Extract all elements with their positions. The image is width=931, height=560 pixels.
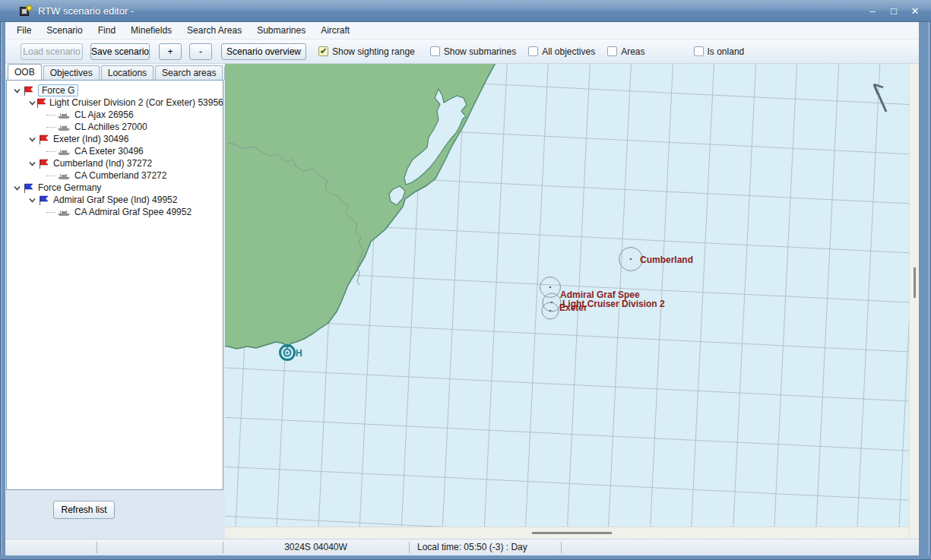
tree-label: Force Germany	[38, 182, 101, 193]
tree-row-lcd2[interactable]: Light Cruiser Division 2 (Cor Exeter) 53…	[7, 96, 223, 109]
tree-connector	[46, 151, 55, 152]
oob-tree[interactable]: Force G Light Cruiser Division 2 (Cor Ex…	[6, 80, 223, 490]
zoom-out-button[interactable]: -	[189, 43, 212, 60]
tree-row-exeter-force[interactable]: Exeter (Ind) 30496	[7, 133, 223, 145]
window-border-left	[0, 22, 5, 560]
menu-scenario[interactable]: Scenario	[39, 22, 90, 39]
tab-objectives[interactable]: Objectives	[43, 65, 100, 80]
status-coordinates: 3024S 04040W	[223, 539, 409, 555]
zoom-in-button[interactable]: +	[159, 43, 182, 60]
app-icon	[20, 5, 32, 17]
map-vertical-scrollbar[interactable]	[909, 64, 919, 539]
chevron-down-icon[interactable]	[28, 99, 36, 107]
ship-icon	[58, 112, 71, 119]
horizontal-scroll-thumb[interactable]	[532, 532, 612, 534]
tree-row-cl-achilles[interactable]: CL Achilles 27000	[7, 121, 223, 133]
title-bar[interactable]: RTW scenario editor - – □ ✕	[0, 0, 931, 22]
tree-panel-footer: Refresh list	[5, 490, 225, 539]
tree-label: CA Exeter 30496	[74, 146, 144, 157]
tab-strip: OOB Objectives Locations Search areas S …	[5, 64, 225, 80]
tree-label: Cumberland (Ind) 37272	[53, 158, 152, 169]
menu-submarines[interactable]: Submarines	[249, 22, 313, 39]
vertical-scroll-thumb[interactable]	[914, 267, 916, 298]
maximize-button[interactable]: □	[887, 5, 901, 17]
tree-label: Light Cruiser Division 2 (Cor Exeter) 53…	[49, 97, 223, 108]
tree-connector	[46, 176, 55, 176]
tree-label: CA Cumberland 37272	[74, 170, 166, 181]
tree-label: Admiral Graf Spee (Ind) 49952	[53, 195, 177, 205]
menu-find[interactable]: Find	[90, 22, 123, 39]
menu-file[interactable]: File	[9, 22, 39, 39]
menu-search-areas[interactable]: Search Areas	[179, 22, 249, 39]
tree-row-graf-spee-force[interactable]: Admiral Graf Spee (Ind) 49952	[7, 194, 223, 206]
checkbox-box	[528, 46, 538, 56]
tree-label: CL Achilles 27000	[74, 122, 147, 132]
all-objectives-checkbox[interactable]: All objectives	[528, 46, 595, 57]
toolbar: Load scenario Save scenario + - Scenario…	[5, 40, 919, 64]
wind-direction-arrow-icon	[874, 84, 886, 112]
status-bar: 3024S 04040W Local time: 05:50 (-3) : Da…	[5, 539, 919, 555]
left-panel: OOB Objectives Locations Search areas S …	[5, 64, 225, 539]
tree-label: CA Admiral Graf Spee 49952	[74, 207, 192, 217]
tab-oob[interactable]: OOB	[8, 64, 42, 80]
blue-flag-icon	[24, 183, 35, 193]
tree-label: Force G	[38, 84, 78, 96]
red-flag-icon	[39, 159, 50, 169]
load-scenario-button[interactable]: Load scenario	[21, 43, 83, 60]
menu-minefields[interactable]: Minefields	[123, 22, 179, 39]
tree-row-ca-cumberland[interactable]: CA Cumberland 37272	[7, 169, 223, 182]
scenario-overview-button[interactable]: Scenario overview	[221, 43, 306, 60]
status-separator	[561, 542, 562, 553]
menu-aircraft[interactable]: Aircraft	[313, 22, 357, 39]
ship-icon	[58, 172, 71, 179]
close-button[interactable]: ✕	[908, 5, 922, 17]
chevron-down-icon[interactable]	[28, 196, 39, 204]
red-flag-icon	[36, 98, 46, 108]
chevron-down-icon[interactable]	[28, 160, 39, 168]
blue-flag-icon	[39, 195, 50, 205]
window-border-right	[919, 22, 931, 560]
refresh-list-button[interactable]: Refresh list	[53, 501, 115, 519]
areas-checkbox[interactable]: Areas	[607, 46, 644, 57]
tree-row-force-germany[interactable]: Force Germany	[7, 182, 223, 194]
window-border-bottom	[0, 555, 931, 560]
ship-icon	[58, 124, 71, 131]
port-label: H	[296, 348, 302, 359]
tree-row-ca-graf-spee[interactable]: CA Admiral Graf Spee 49952	[7, 206, 223, 218]
red-flag-icon	[39, 134, 50, 144]
tree-row-cl-ajax[interactable]: CL Ajax 26956	[7, 109, 223, 121]
tree-label: Exeter (Ind) 30496	[53, 134, 128, 144]
menu-bar: File Scenario Find Minefields Search Are…	[5, 22, 919, 40]
save-scenario-button[interactable]: Save scenario	[90, 43, 150, 60]
checkbox-box	[607, 46, 617, 56]
contact-label-cumberland[interactable]: Cumberland	[640, 255, 693, 265]
minimize-button[interactable]: –	[866, 5, 879, 17]
checkbox-label: All objectives	[542, 46, 595, 57]
status-local-time: Local time: 05:50 (-3) : Day	[417, 539, 527, 555]
contact-label-exeter[interactable]: Exeter	[559, 302, 587, 313]
port-marker[interactable]: H	[280, 346, 302, 360]
tab-search-areas[interactable]: Search areas	[155, 65, 223, 80]
rtw-scenario-editor-window: { "window": { "title": "RTW scenario edi…	[0, 0, 931, 560]
map-column: H Cumberland Admiral Graf Spee Light Cru…	[225, 64, 909, 539]
chevron-down-icon[interactable]	[28, 135, 39, 144]
tree-row-cumberland-force[interactable]: Cumberland (Ind) 37272	[7, 157, 223, 169]
ship-icon	[58, 209, 71, 216]
window-title: RTW scenario editor -	[38, 5, 134, 17]
show-sighting-range-checkbox[interactable]: ✔ Show sighting range	[318, 46, 415, 57]
map-horizontal-scrollbar[interactable]	[225, 527, 909, 539]
checkbox-label: Areas	[621, 46, 644, 57]
map-canvas[interactable]: H Cumberland Admiral Graf Spee Light Cru…	[225, 64, 909, 527]
tree-connector	[46, 212, 55, 213]
chevron-down-icon[interactable]	[13, 184, 24, 192]
tab-locations[interactable]: Locations	[101, 65, 154, 80]
chevron-down-icon[interactable]	[13, 87, 24, 95]
checkbox-label: Is onland	[708, 46, 745, 57]
tree-row-ca-exeter[interactable]: CA Exeter 30496	[7, 145, 223, 157]
show-submarines-checkbox[interactable]: Show submarines	[430, 46, 516, 57]
tree-row-force-g[interactable]: Force G	[7, 84, 223, 96]
is-onland-checkbox[interactable]: Is onland	[694, 46, 745, 57]
red-flag-icon	[24, 86, 35, 96]
status-separator	[97, 542, 97, 553]
tree-connector	[46, 115, 55, 115]
